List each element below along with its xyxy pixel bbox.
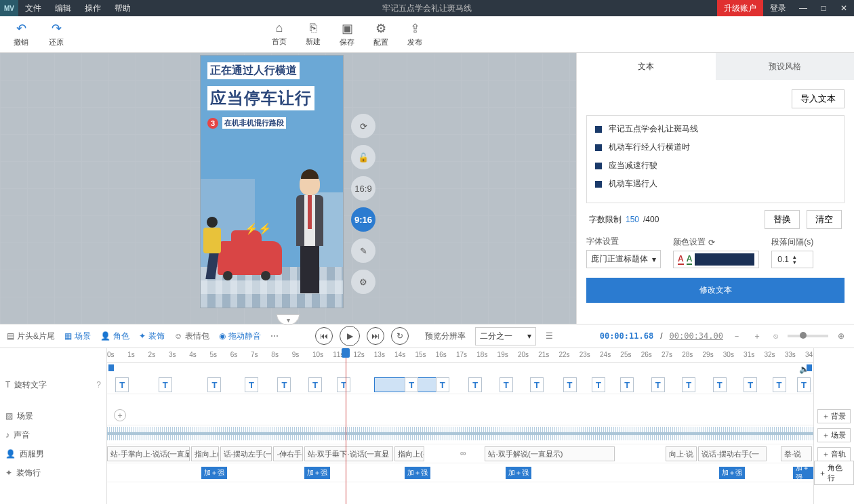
text-keyframe[interactable]: T xyxy=(159,377,172,392)
text-line-item[interactable]: 机动车行经人行横道时 xyxy=(594,138,837,156)
track-label-sound[interactable]: ♪声音 xyxy=(0,425,106,444)
minimize-button[interactable]: — xyxy=(793,0,813,16)
zoom-out-button[interactable]: ⍉ xyxy=(771,331,781,341)
home-button[interactable]: ⌂首页 xyxy=(272,21,287,47)
text-keyframe[interactable]: T xyxy=(405,377,418,392)
emoji-button[interactable]: ☺表情包 xyxy=(174,331,209,342)
playhead[interactable] xyxy=(346,348,346,504)
help-icon[interactable]: ? xyxy=(96,380,101,390)
text-color-b-icon[interactable]: A xyxy=(687,254,693,265)
layers-icon[interactable]: ☰ xyxy=(546,331,553,341)
next-button[interactable]: ⏭ xyxy=(367,327,384,345)
add-scene-clip-button[interactable]: ＋ xyxy=(114,409,126,421)
maximize-button[interactable]: □ xyxy=(813,0,834,16)
track-label-decor[interactable]: ✦装饰行 xyxy=(0,463,106,482)
text-color-a-icon[interactable]: A xyxy=(678,254,684,265)
text-line-item[interactable]: 机动车遇行人 xyxy=(594,175,837,193)
new-button[interactable]: ⎘新建 xyxy=(306,21,321,47)
character-clip[interactable]: 指向上(- xyxy=(191,446,218,461)
loop-button[interactable]: ↻ xyxy=(391,327,409,345)
time-total[interactable]: 00:00:34.00 xyxy=(670,331,723,341)
refresh-stage-button[interactable]: ⟳ xyxy=(351,114,375,138)
canvas-area[interactable]: 正在通过人行横道 应当停车让行 3 在机非机混行路段 ⚡⚡ ⟳ 🔓 16:9 xyxy=(0,53,576,324)
preview-res-select[interactable]: 二分之一▾ xyxy=(475,327,536,345)
modify-text-button[interactable]: 修改文本 xyxy=(586,278,845,303)
text-keyframe[interactable]: T xyxy=(308,377,322,392)
tab-text[interactable]: 文本 xyxy=(577,53,716,80)
add-audio-button[interactable]: ＋音轨 xyxy=(817,447,851,461)
scene-track-row[interactable]: ＋ xyxy=(107,406,813,425)
ratio-16-9-button[interactable]: 16:9 xyxy=(351,176,375,201)
character-clip[interactable]: 站-手掌向上·说话(一直显 xyxy=(107,446,190,461)
decor-marker[interactable]: 加＋强 xyxy=(506,467,531,479)
text-keyframe[interactable]: T xyxy=(500,377,513,392)
text-keyframe[interactable]: T xyxy=(682,377,695,392)
character-clip[interactable]: 指向上(- xyxy=(394,446,424,461)
text-keyframe[interactable]: T xyxy=(773,377,786,392)
decor-marker[interactable]: 加＋强 xyxy=(304,467,330,479)
text-line-item[interactable]: 牢记五点学会礼让斑马线 xyxy=(594,120,837,138)
publish-button[interactable]: ⇪发布 xyxy=(407,21,422,47)
menu-action[interactable]: 操作 xyxy=(78,0,108,16)
range-start-marker[interactable] xyxy=(108,364,114,371)
refresh-icon[interactable]: ⟳ xyxy=(708,238,715,247)
play-button[interactable]: ▶ xyxy=(340,326,360,346)
expand-down-button[interactable]: ▾ xyxy=(277,314,300,325)
character-clip[interactable]: 向上·说 xyxy=(666,446,697,461)
menu-file[interactable]: 文件 xyxy=(18,0,48,16)
text-keyframe[interactable]: T xyxy=(115,377,129,392)
save-button[interactable]: ▣保存 xyxy=(340,21,354,47)
zoom-slider[interactable] xyxy=(788,335,828,337)
text-line-item[interactable]: 应当减速行驶 xyxy=(594,156,837,175)
text-track-row[interactable]: 🔈 TTTTTTTTTTTTTTTTTTTTTT xyxy=(107,375,813,394)
config-button[interactable]: ⚙配置 xyxy=(373,21,388,47)
character-clip[interactable]: 站-双手垂下·说话(一直显 xyxy=(304,446,393,461)
audio-waveform[interactable] xyxy=(107,427,813,440)
track-label-character[interactable]: 👤西服男 xyxy=(0,444,106,463)
decor-track-row[interactable]: 加＋强加＋强加＋强加＋强加＋强加＋强 xyxy=(107,463,813,482)
video-stage[interactable]: 正在通过人行横道 应当停车让行 3 在机非机混行路段 ⚡⚡ xyxy=(201,56,343,308)
more-options-button[interactable]: ⋯ xyxy=(270,331,279,341)
decor-marker[interactable]: 加＋强 xyxy=(405,467,430,479)
text-line-list[interactable]: 牢记五点学会礼让斑马线 机动车行经人行横道时 应当减速行驶 机动车遇行人 xyxy=(586,115,845,203)
import-text-button[interactable]: 导入文本 xyxy=(792,89,845,108)
character-clip[interactable]: -伸右手- xyxy=(273,446,302,461)
prev-button[interactable]: ⏮ xyxy=(315,327,333,345)
login-button[interactable]: 登录 xyxy=(763,0,793,16)
text-keyframe[interactable]: T xyxy=(713,377,727,392)
add-background-button[interactable]: ＋背景 xyxy=(817,409,851,423)
text-keyframe[interactable]: T xyxy=(592,377,605,392)
text-keyframe[interactable]: T xyxy=(277,377,291,392)
text-keyframe[interactable]: T xyxy=(530,377,544,392)
close-button[interactable]: ✕ xyxy=(834,0,854,16)
drag-mute-toggle[interactable]: ◉拖动静音 xyxy=(219,331,261,342)
font-select[interactable]: 庞门正道标题体▾ xyxy=(586,250,661,268)
character-track-row[interactable]: 站-手掌向上·说话(一直显指向上(-话-摆动左手(一-伸右手-站-双手垂下·说话… xyxy=(107,444,813,463)
text-keyframe[interactable]: T xyxy=(207,377,221,392)
character-clip[interactable]: 话-摆动左手(一 xyxy=(220,446,272,461)
text-keyframe[interactable]: T xyxy=(797,377,811,392)
zoom-in-button[interactable]: ⊕ xyxy=(835,331,847,341)
color-swatch[interactable] xyxy=(695,253,754,266)
time-plus-button[interactable]: ＋ xyxy=(750,331,764,342)
replace-button[interactable]: 替换 xyxy=(765,210,800,229)
add-role-row-button[interactable]: ＋角色行 xyxy=(814,461,854,485)
character-clip[interactable]: 说话-摆动右手(一 xyxy=(698,446,767,461)
sound-track-row[interactable]: 🔈 xyxy=(107,425,813,444)
character-clip[interactable]: 站-双手解说(一直显示) xyxy=(485,446,615,461)
track-label-text[interactable]: T旋转文字? xyxy=(0,375,106,394)
menu-help[interactable]: 帮助 xyxy=(108,0,138,16)
text-keyframe[interactable]: T xyxy=(337,377,350,392)
redo-button[interactable]: ↷ 还原 xyxy=(49,21,64,47)
decor-marker[interactable]: 加＋强 xyxy=(793,467,813,479)
color-control[interactable]: A A xyxy=(673,251,759,268)
text-keyframe[interactable]: T xyxy=(651,377,665,392)
track-label-scene[interactable]: ▨场景 xyxy=(0,406,106,425)
decor-marker[interactable]: 加＋强 xyxy=(201,467,227,479)
edit-stage-button[interactable]: ✎ xyxy=(351,238,375,263)
undo-button[interactable]: ↶ 撤销 xyxy=(14,21,28,47)
text-keyframe[interactable]: T xyxy=(468,377,482,392)
lock-stage-button[interactable]: 🔓 xyxy=(351,145,375,169)
settings-stage-button[interactable]: ⚙ xyxy=(351,270,375,294)
time-ruler[interactable]: 0s1s2s3s4s5s6s7s8s9s10s11s12s13s14s15s16… xyxy=(107,348,813,363)
